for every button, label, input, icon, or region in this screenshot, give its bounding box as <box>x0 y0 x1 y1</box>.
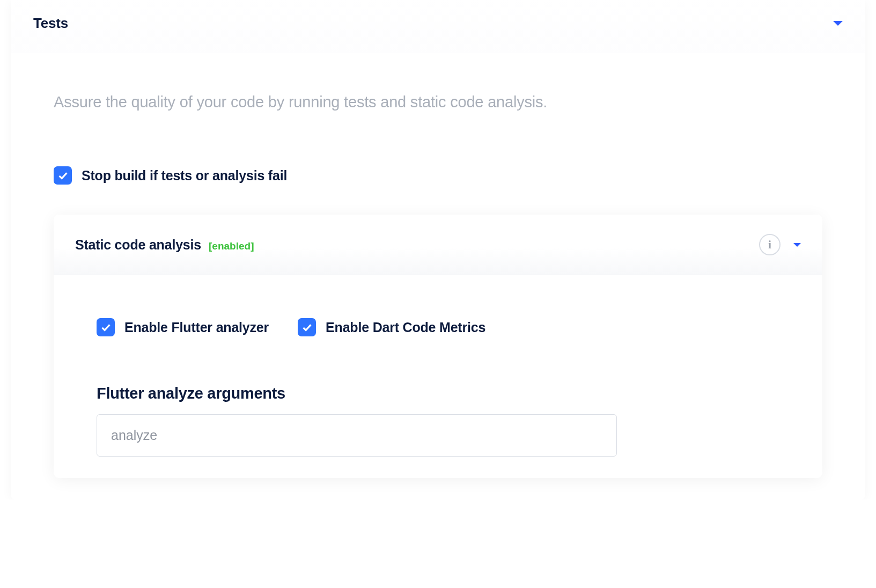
enable-dart-code-metrics-row: Enable Dart Code Metrics <box>298 318 485 336</box>
status-badge: [enabled] <box>209 240 254 252</box>
tests-section-title: Tests <box>33 15 68 32</box>
chevron-down-icon[interactable] <box>833 21 843 26</box>
enable-flutter-analyzer-label: Enable Flutter analyzer <box>124 320 269 335</box>
chevron-down-icon[interactable] <box>793 243 801 247</box>
tests-section-header[interactable]: Tests <box>11 0 865 53</box>
tests-description: Assure the quality of your code by runni… <box>54 92 822 113</box>
static-analysis-body: Enable Flutter analyzer Enable Dart Code… <box>54 275 822 478</box>
static-analysis-title: Static code analysis <box>75 237 201 253</box>
static-analysis-title-wrap: Static code analysis [enabled] <box>75 237 254 253</box>
check-icon <box>301 321 313 333</box>
enable-dart-code-metrics-label: Enable Dart Code Metrics <box>326 320 485 335</box>
static-analysis-header-actions: i <box>759 234 801 255</box>
check-icon <box>57 170 69 181</box>
enable-flutter-analyzer-checkbox[interactable] <box>97 318 115 336</box>
tests-section-body: Assure the quality of your code by runni… <box>11 53 865 499</box>
enable-flutter-analyzer-row: Enable Flutter analyzer <box>97 318 269 336</box>
enable-dart-code-metrics-checkbox[interactable] <box>298 318 316 336</box>
static-analysis-header[interactable]: Static code analysis [enabled] i <box>54 215 822 275</box>
stop-on-fail-checkbox[interactable] <box>54 166 72 185</box>
stop-on-fail-label: Stop build if tests or analysis fail <box>82 168 287 183</box>
flutter-analyze-args-label: Flutter analyze arguments <box>97 385 779 402</box>
analyzer-checkbox-group: Enable Flutter analyzer Enable Dart Code… <box>97 318 779 336</box>
flutter-analyze-args-input[interactable] <box>97 414 617 457</box>
info-icon[interactable]: i <box>759 234 781 255</box>
check-icon <box>100 321 112 333</box>
static-analysis-card: Static code analysis [enabled] i Enable … <box>54 215 822 478</box>
stop-on-fail-row: Stop build if tests or analysis fail <box>54 166 822 185</box>
tests-section-card: Tests Assure the quality of your code by… <box>11 0 865 499</box>
